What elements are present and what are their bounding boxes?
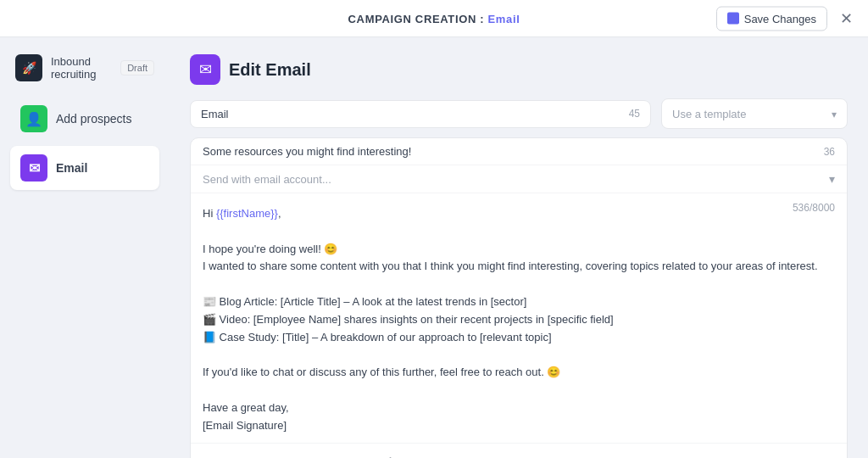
email-sidebar-icon: ✉ — [20, 154, 47, 182]
text-format-group: B I U — [203, 450, 282, 458]
save-icon — [727, 13, 739, 25]
form-row-email: Email 45 Use a template — [190, 98, 848, 129]
editor-card: Some resources you might find interestin… — [190, 137, 848, 458]
sidebar: 🚀 Inbound recruiting Draft 👤 Add prospec… — [0, 37, 170, 458]
send-with-account-text: Send with email account... — [203, 173, 331, 186]
top-bar-actions: Save Changes ✕ — [716, 6, 858, 31]
editor-send-row[interactable]: Send with email account... ▾ — [191, 165, 847, 193]
editor-subject-text: Some resources you might find interestin… — [203, 145, 411, 158]
align-left-button[interactable] — [292, 450, 318, 458]
email-field-wrapper: Email 45 — [190, 100, 651, 128]
chevron-down-icon — [832, 106, 837, 121]
underline-button[interactable]: U — [257, 450, 282, 458]
bold-button[interactable]: B — [203, 450, 228, 458]
sidebar-item-email[interactable]: ✉ Email — [10, 146, 159, 190]
editor-subject-row: Some resources you might find interestin… — [191, 138, 847, 165]
draft-badge: Draft — [120, 60, 154, 75]
add-prospects-icon: 👤 — [20, 105, 47, 132]
top-bar: CAMPAIGN CREATION : Email Save Changes ✕ — [0, 0, 868, 37]
align-center-button[interactable] — [320, 450, 345, 458]
template-placeholder: Use a template — [672, 108, 746, 120]
email-body-content: Hi {{firstName}}, I hope you're doing we… — [203, 205, 835, 434]
close-button[interactable]: ✕ — [834, 7, 858, 31]
align-group — [292, 450, 372, 458]
campaign-title: CAMPAIGN CREATION : Email — [348, 11, 520, 26]
list-button[interactable] — [382, 450, 408, 458]
editor-body[interactable]: 536/8000 Hi {{firstName}}, I hope you're… — [191, 193, 847, 443]
editor-subject-char-count: 36 — [824, 146, 835, 158]
editor-toolbar: B I U — [191, 443, 847, 458]
email-char-count: 45 — [629, 108, 640, 120]
edit-email-icon: ✉ — [190, 54, 220, 85]
firstname-variable: {{firstName}} — [216, 207, 278, 220]
align-right-button[interactable] — [347, 450, 372, 458]
brand-icon: 🚀 — [15, 54, 42, 81]
sidebar-brand[interactable]: 🚀 Inbound recruiting Draft — [10, 47, 159, 88]
send-row-chevron-icon: ▾ — [829, 172, 835, 186]
body-char-count: 536/8000 — [793, 202, 835, 214]
email-field-label: Email — [201, 108, 229, 120]
list-group — [382, 450, 408, 458]
edit-email-title: Edit Email — [229, 60, 311, 80]
template-select[interactable]: Use a template — [661, 98, 848, 129]
main-content: ✉ Edit Email Email 45 Use a template Som… — [170, 37, 868, 458]
save-changes-button[interactable]: Save Changes — [716, 6, 827, 31]
sidebar-item-add-prospects[interactable]: 👤 Add prospects — [10, 97, 159, 141]
edit-email-header: ✉ Edit Email — [190, 54, 848, 85]
italic-button[interactable]: I — [230, 450, 255, 458]
